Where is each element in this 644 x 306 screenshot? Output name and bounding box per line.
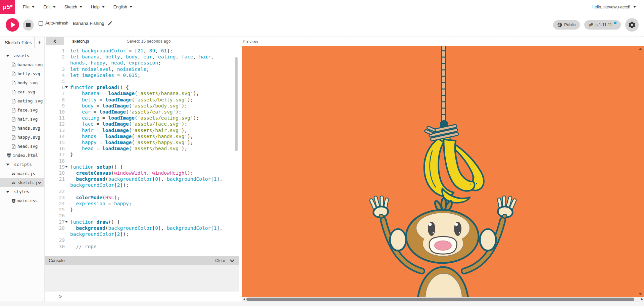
file-main.css[interactable]: 3main.css bbox=[0, 196, 44, 205]
add-file-button[interactable]: + bbox=[34, 37, 44, 48]
code-fold-arrow[interactable] bbox=[65, 221, 68, 223]
menu-language[interactable]: English bbox=[109, 5, 137, 9]
code-line-13[interactable]: 13 hair = loadImage('assets/hair.svg'); bbox=[45, 127, 239, 133]
code-line-7[interactable]: 7 banana = loadImage('assets/banana.svg'… bbox=[45, 90, 239, 96]
code-line-27[interactable]: 27function draw() { bbox=[45, 219, 239, 225]
editor-vertical-scrollbar[interactable] bbox=[235, 57, 238, 151]
folder-expand-arrow[interactable] bbox=[6, 164, 9, 166]
code-line-5[interactable]: 5 bbox=[45, 78, 239, 84]
code-line-3[interactable]: 3let noiselevel, noiseScale; bbox=[45, 66, 239, 72]
folder-expand-arrow[interactable] bbox=[6, 191, 9, 193]
code-line-20[interactable]: 20 createCanvas(windowWidth, windowHeigh… bbox=[45, 170, 239, 176]
code-line-10[interactable]: 10 ear = loadImage('assets/ear.svg'); bbox=[45, 109, 239, 115]
horizontal-scroll-thumb[interactable] bbox=[246, 298, 634, 301]
file-happy.svg[interactable]: happy.svg bbox=[0, 133, 44, 142]
code-line-22[interactable]: 22 bbox=[45, 188, 239, 194]
code-line-19[interactable]: 19function setup() { bbox=[45, 164, 239, 170]
file-eating.svg[interactable]: eating.svg bbox=[0, 96, 44, 105]
code-line-12[interactable]: 12 face = loadImage('assets/face.svg'); bbox=[45, 121, 239, 127]
file-label: main.js bbox=[17, 171, 35, 176]
code-line-2[interactable]: 2let banana, belly, body, ear, eating, f… bbox=[45, 54, 239, 66]
code-text: // rope bbox=[68, 244, 229, 250]
scroll-right-arrow[interactable] bbox=[641, 298, 643, 301]
file-belly.svg[interactable]: belly.svg bbox=[0, 69, 44, 78]
file-face.svg[interactable]: face.svg bbox=[0, 105, 44, 115]
file-label: eating.svg bbox=[17, 98, 43, 103]
code-fold-arrow[interactable] bbox=[65, 166, 68, 168]
code-line-17[interactable]: 17} bbox=[45, 151, 239, 158]
folder-scripts[interactable]: scripts bbox=[0, 160, 44, 169]
play-button[interactable] bbox=[6, 18, 19, 32]
console-prompt-row[interactable] bbox=[45, 292, 239, 302]
file-banana.svg[interactable]: banana.svg bbox=[0, 60, 44, 69]
version-button[interactable]: p5.js 1.11.11 bbox=[584, 20, 621, 30]
line-number: 10 bbox=[45, 109, 68, 115]
file-ear.svg[interactable]: ear.svg bbox=[0, 87, 44, 96]
code-line-16[interactable]: 16 head = loadImage('assets/head.svg'); bbox=[45, 145, 239, 151]
code-line-9[interactable]: 9 body = loadImage('assets/body.svg'); bbox=[45, 103, 239, 109]
menu-help[interactable]: Help bbox=[87, 5, 109, 9]
code-line-21[interactable]: 21 background(backgroundColor[0], backgr… bbox=[45, 176, 239, 188]
line-number: 20 bbox=[45, 170, 68, 176]
code-line-1[interactable]: 1let backgroundColor = [21, 89, 61]; bbox=[45, 48, 239, 54]
chevron-down-icon bbox=[633, 6, 636, 8]
folder-assets[interactable]: assets bbox=[0, 51, 44, 60]
auto-refresh-checkbox[interactable] bbox=[39, 21, 43, 26]
tab-sketch-js[interactable]: sketch.js bbox=[72, 39, 89, 44]
preview-scroll-down-arrow[interactable] bbox=[639, 293, 642, 295]
file-index.html[interactable]: 5index.html bbox=[0, 151, 44, 160]
code-line-14[interactable]: 14 hands = loadImage('assets/hands.svg')… bbox=[45, 133, 239, 139]
code-text: happy = loadImage('assets/happy.svg'); bbox=[68, 139, 229, 145]
scroll-left-arrow[interactable] bbox=[243, 298, 245, 301]
menu-edit[interactable]: Edit bbox=[39, 5, 60, 9]
line-number: 19 bbox=[45, 164, 68, 170]
preview-scroll-up-arrow[interactable] bbox=[639, 48, 642, 50]
file-hands.svg[interactable]: hands.svg bbox=[0, 124, 44, 133]
sketch-title[interactable]: Banana Fishing bbox=[73, 21, 104, 26]
console-clear-button[interactable]: Clear bbox=[215, 258, 226, 263]
code-line-4[interactable]: 4let imageScales = 0.035; bbox=[45, 72, 239, 78]
code-line-26[interactable]: 26 bbox=[45, 213, 239, 219]
code-text bbox=[68, 237, 229, 243]
p5-logo[interactable]: p5* bbox=[0, 0, 15, 14]
visibility-button[interactable]: Public bbox=[553, 20, 580, 30]
code-editor[interactable]: 1let backgroundColor = [21, 89, 61];2let… bbox=[45, 46, 239, 256]
code-line-28[interactable]: 28 background(backgroundColor[0], backgr… bbox=[45, 225, 239, 237]
line-number: 8 bbox=[45, 97, 68, 103]
chevron-down-icon[interactable] bbox=[230, 259, 235, 262]
code-line-15[interactable]: 15 happy = loadImage('assets/happy.svg')… bbox=[45, 139, 239, 145]
preview-horizontal-scrollbar[interactable] bbox=[242, 297, 644, 302]
code-line-25[interactable]: 25} bbox=[45, 207, 239, 213]
code-line-8[interactable]: 8 belly = loadImage('assets/belly.svg'); bbox=[45, 97, 239, 103]
code-line-18[interactable]: 18 bbox=[45, 158, 239, 164]
folder-expand-arrow[interactable] bbox=[6, 55, 9, 57]
file-sketch.js[interactable]: JSsketch.js bbox=[0, 178, 44, 187]
code-text: } bbox=[68, 207, 229, 213]
code-text: hands = loadImage('assets/hands.svg'); bbox=[68, 133, 229, 139]
file-hair.svg[interactable]: hair.svg bbox=[0, 115, 44, 124]
user-menu[interactable]: Hello, stevewu-accd! bbox=[592, 5, 636, 9]
code-line-23[interactable]: 23 colorMode(HSL); bbox=[45, 194, 239, 201]
code-line-29[interactable]: 29 bbox=[45, 237, 239, 243]
line-number: 5 bbox=[45, 78, 68, 84]
code-fold-arrow[interactable] bbox=[65, 86, 68, 88]
sketch-canvas[interactable] bbox=[242, 46, 644, 297]
settings-button[interactable] bbox=[625, 18, 639, 32]
file-body.svg[interactable]: body.svg bbox=[0, 78, 44, 87]
code-text: belly = loadImage('assets/belly.svg'); bbox=[68, 97, 229, 103]
edit-pencil-icon[interactable] bbox=[107, 21, 112, 26]
collapse-sidebar-button[interactable] bbox=[46, 37, 64, 45]
console-title: Console bbox=[49, 258, 65, 263]
code-line-30[interactable]: 30 // rope bbox=[45, 244, 239, 250]
menu-file[interactable]: File bbox=[18, 5, 39, 9]
menu-sketch[interactable]: Sketch bbox=[60, 5, 87, 9]
file-options-dropdown[interactable] bbox=[39, 182, 42, 183]
code-line-24[interactable]: 24 expression = happy; bbox=[45, 201, 239, 207]
file-head.svg[interactable]: head.svg bbox=[0, 142, 44, 151]
code-text bbox=[68, 213, 229, 219]
file-main.js[interactable]: JSmain.js bbox=[0, 169, 44, 178]
stop-button[interactable] bbox=[23, 19, 34, 31]
code-line-11[interactable]: 11 eating = loadImage('assets/eating.svg… bbox=[45, 115, 239, 121]
folder-styles[interactable]: styles bbox=[0, 187, 44, 196]
code-line-6[interactable]: 6function preload() { bbox=[45, 84, 239, 90]
